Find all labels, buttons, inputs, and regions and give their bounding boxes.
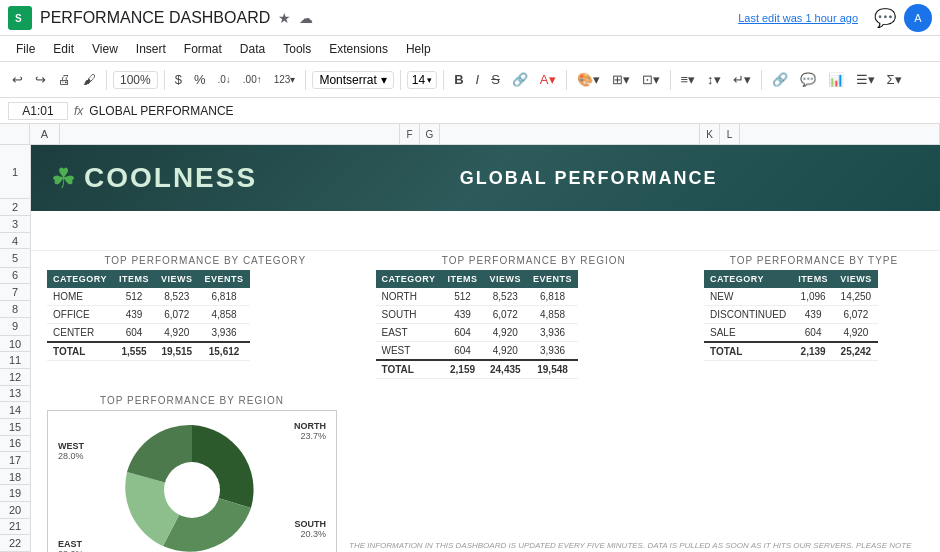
chart-button[interactable]: 📊 [824,70,848,89]
menu-tools[interactable]: Tools [275,40,319,58]
user-avatar[interactable]: A [904,4,932,32]
col-header-L[interactable]: L [720,124,740,144]
col-header-G[interactable]: G [420,124,440,144]
cloud-icon: ☁ [299,10,313,26]
row-header-16[interactable]: 16 [0,436,30,453]
app-icon: S [8,6,32,30]
bold-button[interactable]: B [450,70,467,89]
t1r1-events: 6,818 [199,288,250,306]
redo-button[interactable]: ↪ [31,70,50,89]
fx-label: fx [74,104,83,118]
font-select[interactable]: Montserrat▾ [312,71,393,89]
col-header-K[interactable]: K [700,124,720,144]
col-header-B-E [60,124,400,144]
borders-button[interactable]: ⊞▾ [608,70,634,89]
chat-icon[interactable]: 💬 [874,7,896,29]
table1-header-row: CATEGORY ITEMS VIEWS EVENTS [47,270,250,288]
table2-total-row: TOTAL 2,159 24,435 19,548 [376,360,579,379]
header-icons: 💬 A [874,4,932,32]
menu-extensions[interactable]: Extensions [321,40,396,58]
menu-data[interactable]: Data [232,40,273,58]
table3-col-items: ITEMS [792,270,834,288]
t1r2-cat: OFFICE [47,306,113,324]
brand-name: COOLNESS [84,162,257,194]
menu-help[interactable]: Help [398,40,439,58]
sheet-container: A F G K L 1 2 3 4 5 6 7 8 9 10 11 12 13 … [0,124,940,552]
row-header-17[interactable]: 17 [0,452,30,469]
pie-chart-svg [122,420,262,552]
t1r1-views: 8,523 [155,288,199,306]
row-header-2[interactable]: 2 [0,199,30,216]
menu-file[interactable]: File [8,40,43,58]
row-header-15[interactable]: 15 [0,419,30,436]
grid-content: ☘ COOLNESS GLOBAL PERFORMANCE TOP PERFOR… [31,145,940,552]
row-header-19[interactable]: 19 [0,485,30,502]
row-header-5[interactable]: 5 [0,249,30,267]
formula-bar: A1:01 fx GLOBAL PERFORMANCE [0,98,940,124]
last-edit-link[interactable]: Last edit was 1 hour ago [738,12,858,24]
strikethrough-button[interactable]: S [487,70,504,89]
menu-view[interactable]: View [84,40,126,58]
formula-value[interactable]: GLOBAL PERFORMANCE [89,104,932,118]
formula-button[interactable]: Σ▾ [883,70,906,89]
row-header-9[interactable]: 9 [0,318,30,336]
divider-7 [670,70,671,90]
col-header-F[interactable]: F [400,124,420,144]
row-header-7[interactable]: 7 [0,284,30,301]
valign-button[interactable]: ↕▾ [703,70,725,89]
print-button[interactable]: 🖨 [54,70,75,89]
divider-6 [566,70,567,90]
t1r3-items: 604 [113,324,155,343]
row-header-21[interactable]: 21 [0,519,30,536]
link-button[interactable]: 🔗 [508,70,532,89]
menu-format[interactable]: Format [176,40,230,58]
disclaimer-text: THE INFORMATION IN THIS DASHBOARD IS UPD… [349,540,924,552]
row-header-11[interactable]: 11 [0,352,30,369]
paint-format-button[interactable]: 🖌 [79,70,100,89]
table2-col-views: VIEWS [484,270,528,288]
chart-title: TOP PERFORMANCE BY REGION [47,395,337,406]
align-button[interactable]: ≡▾ [677,70,700,89]
zoom-select[interactable]: 100% [113,71,158,89]
col-header-A[interactable]: A [30,124,60,144]
link2-button[interactable]: 🔗 [768,70,792,89]
percent-button[interactable]: % [190,70,210,89]
table2-col-events: EVENTS [527,270,578,288]
comment-button[interactable]: 💬 [796,70,820,89]
row-header-14[interactable]: 14 [0,402,30,419]
row-header-6[interactable]: 6 [0,268,30,285]
currency-button[interactable]: $ [171,70,186,89]
italic-button[interactable]: I [472,70,484,89]
cell-reference[interactable]: A1:01 [8,102,68,120]
row-header-10[interactable]: 10 [0,336,30,353]
row-header-4[interactable]: 4 [0,233,30,250]
row-header-8[interactable]: 8 [0,301,30,318]
row-header-12[interactable]: 12 [0,369,30,386]
cell-bg-button[interactable]: 🎨▾ [573,70,604,89]
row-header-13[interactable]: 13 [0,386,30,403]
font-size-select[interactable]: 14▾ [407,71,437,89]
undo-button[interactable]: ↩ [8,70,27,89]
table-row: OFFICE 439 6,072 4,858 [47,306,250,324]
star-icon[interactable]: ★ [278,10,291,26]
row-header-18[interactable]: 18 [0,469,30,486]
row-header-1[interactable]: 1 [0,145,30,199]
wrap-button[interactable]: ↵▾ [729,70,755,89]
row-header-22[interactable]: 22 [0,535,30,552]
menu-insert[interactable]: Insert [128,40,174,58]
disclaimer-area: THE INFORMATION IN THIS DASHBOARD IS UPD… [349,395,924,552]
chart-container: TOP PERFORMANCE BY REGION [47,395,337,552]
t1r3-views: 4,920 [155,324,199,343]
filter-button[interactable]: ☰▾ [852,70,879,89]
row-header-20[interactable]: 20 [0,502,30,519]
text-color-button[interactable]: A▾ [536,70,560,89]
table-row: WEST 604 4,920 3,936 [376,342,579,361]
divider-3 [305,70,306,90]
decimal-dec-button[interactable]: .0↓ [214,72,235,87]
menu-edit[interactable]: Edit [45,40,82,58]
merge-button[interactable]: ⊡▾ [638,70,664,89]
format-button[interactable]: 123▾ [270,72,300,87]
row-header-3[interactable]: 3 [0,216,30,233]
decimal-inc-button[interactable]: .00↑ [239,72,266,87]
divider-8 [761,70,762,90]
